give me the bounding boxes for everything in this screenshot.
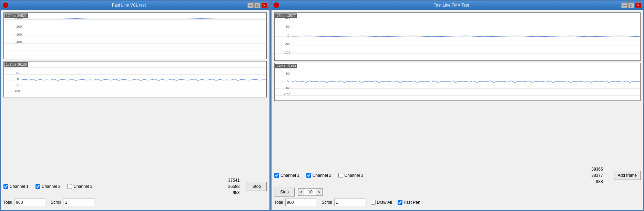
right-maximize-btn[interactable]: □ [628, 2, 634, 8]
left-channel2-checkbox[interactable] [35, 184, 40, 189]
left-chart1-svg: -100 -200 -300 -400 [4, 13, 266, 59]
left-chart2: 171fps 36188 100 50 0 -50 -100 [3, 61, 267, 97]
left-stop-button[interactable]: Stop [246, 182, 267, 191]
right-fast-pen-item: Fast Pen [398, 200, 420, 205]
left-channel3-label: Channel 3 [73, 184, 92, 189]
right-total-label: Total [274, 200, 283, 205]
right-spinner-group: < > [298, 188, 323, 196]
right-stop-button[interactable]: Stop [274, 188, 295, 196]
svg-text:-50: -50 [285, 42, 289, 46]
right-chart2: 74fps 15380 100 50 0 -50 -100 [274, 63, 641, 101]
left-maximize-btn[interactable]: □ [254, 2, 260, 8]
left-window-title: Fast Line VCL test [10, 3, 247, 8]
svg-text:-50: -50 [285, 86, 289, 89]
right-fast-pen-label: Fast Pen [404, 200, 420, 205]
left-channel2-item: Channel 2 [35, 184, 61, 189]
spinner-decrease-btn[interactable]: < [298, 189, 304, 195]
right-channel1-item: Channel 1 [274, 173, 299, 178]
right-chart1: 73fps 13677 100 50 0 -50 -100 [274, 12, 641, 61]
right-title-buttons: ─ □ ✕ [621, 2, 641, 8]
right-draw-all-label: Draw All [377, 200, 392, 205]
right-channel3-label: Channel 3 [345, 173, 364, 178]
svg-text:50: 50 [286, 72, 289, 75]
right-chart2-label: 74fps 15380 [275, 64, 297, 68]
left-close-btn[interactable]: ✕ [261, 2, 267, 8]
left-title-buttons: ─ □ ✕ [247, 2, 267, 8]
left-total-group: Total [3, 199, 45, 206]
right-checkboxes-row: Channel 1 Channel 2 Channel 3 39365 3837… [274, 166, 641, 185]
spinner-increase-btn[interactable]: > [316, 189, 322, 195]
left-stat1: 37541 [228, 177, 239, 183]
right-scroll-label: Scroll [322, 200, 332, 205]
right-window-title: Fast Line FMX Test [281, 3, 621, 8]
right-channel2-checkbox[interactable] [306, 173, 311, 178]
svg-text:0: 0 [288, 79, 289, 83]
left-controls-row: Total Scroll [3, 199, 267, 206]
left-checkboxes-row: Channel 1 Channel 2 Channel 3 37541 3658… [3, 177, 267, 196]
right-title-bar: Fast Line FMX Test ─ □ ✕ [272, 1, 643, 10]
svg-text:0: 0 [288, 34, 289, 37]
svg-text:-400: -400 [15, 40, 22, 44]
right-chart1-svg: 100 50 0 -50 -100 [275, 13, 640, 60]
svg-text:-300: -300 [15, 33, 22, 36]
svg-text:-100: -100 [284, 93, 290, 96]
svg-text:-50: -50 [14, 83, 19, 87]
right-channel3-checkbox[interactable] [338, 173, 343, 178]
left-channel3-item: Channel 3 [67, 184, 92, 189]
right-controls-area: Channel 1 Channel 2 Channel 3 39365 3837… [274, 103, 641, 208]
left-total-input[interactable] [14, 199, 45, 206]
left-channel2-label: Channel 2 [42, 184, 61, 189]
right-channel1-checkbox[interactable] [274, 173, 279, 178]
right-channel3-item: Channel 3 [338, 173, 364, 178]
svg-text:50: 50 [286, 25, 289, 28]
left-stat2: 36588 [228, 183, 239, 190]
right-scroll-group: Scroll [322, 199, 365, 206]
right-chart2-svg: 100 50 0 -50 -100 [275, 63, 640, 100]
right-total-input[interactable] [285, 199, 316, 206]
right-channel2-label: Channel 2 [313, 173, 331, 178]
right-scroll-input[interactable] [334, 199, 365, 206]
left-scroll-input[interactable] [63, 199, 94, 206]
left-chart1: 170fps 34821 -100 -200 -300 -400 [3, 12, 267, 59]
svg-text:50: 50 [16, 71, 19, 75]
left-stat3: 953 [228, 190, 239, 196]
right-draw-all-checkbox[interactable] [371, 200, 376, 205]
left-scroll-group: Scroll [51, 199, 94, 206]
left-chart1-label: 170fps 34821 [4, 13, 28, 18]
left-chart2-label: 171fps 36188 [4, 62, 28, 67]
svg-text:0: 0 [17, 77, 19, 81]
right-controls-row2: Total Scroll Draw All Fast Pen [274, 199, 641, 206]
left-total-label: Total [3, 200, 12, 205]
right-chart1-label: 73fps 13677 [275, 13, 297, 18]
right-channel2-item: Channel 2 [306, 173, 331, 178]
left-channel1-label: Channel 1 [10, 184, 29, 189]
left-chart2-svg: 100 50 0 -50 -100 [4, 61, 266, 97]
right-controls-row1: Stop < > [274, 188, 641, 196]
right-close-btn[interactable]: ✕ [635, 2, 641, 8]
left-window-icon [3, 2, 8, 8]
add-frame-button[interactable]: Add frame [614, 171, 641, 180]
right-fast-pen-checkbox[interactable] [398, 200, 402, 205]
left-controls-area: Channel 1 Channel 2 Channel 3 37541 3658… [3, 99, 267, 208]
left-channel3-checkbox[interactable] [67, 184, 72, 189]
left-scroll-label: Scroll [51, 200, 61, 205]
right-window-icon [274, 2, 279, 8]
right-window: Fast Line FMX Test ─ □ ✕ 73fps 13677 100… [271, 0, 644, 211]
left-title-bar: Fast Line VCL test ─ □ ✕ [1, 1, 269, 10]
left-window-content: 170fps 34821 -100 -200 -300 -400 171fps … [1, 10, 269, 210]
right-stat1: 39365 [591, 166, 603, 172]
right-stat3: 988 [591, 179, 603, 185]
svg-text:-200: -200 [15, 25, 22, 29]
left-minimize-btn[interactable]: ─ [247, 2, 254, 8]
left-stats: 37541 36588 953 [228, 177, 239, 196]
left-channel1-item: Channel 1 [3, 184, 29, 189]
right-stat2: 38377 [591, 172, 603, 179]
right-stats: 39365 38377 988 [591, 166, 603, 185]
left-window: Fast Line VCL test ─ □ ✕ 170fps 34821 -1… [0, 0, 270, 211]
right-draw-all-item: Draw All [371, 200, 392, 205]
right-channel1-label: Channel 1 [280, 173, 299, 178]
right-minimize-btn[interactable]: ─ [621, 2, 627, 8]
left-channel1-checkbox[interactable] [3, 184, 8, 189]
svg-text:-100: -100 [13, 89, 20, 93]
spinner-input[interactable] [304, 189, 316, 195]
